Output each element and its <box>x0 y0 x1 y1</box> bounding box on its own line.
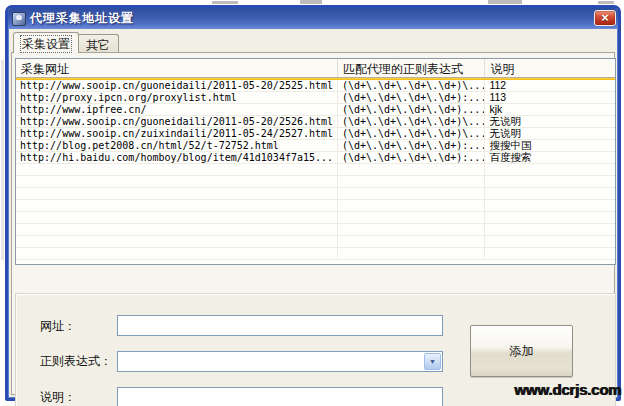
cell-empty <box>485 164 615 175</box>
cell-regex: (\d+\.\d+\.\d+\.\d+):... <box>338 152 486 163</box>
table-row[interactable]: http://blog.pet2008.cn/html/52/t-72752.h… <box>16 140 615 152</box>
cell-empty <box>338 212 486 223</box>
table-row[interactable]: http://www.ipfree.cn/ (\d+\.\d+\.\d+\.\d… <box>16 104 615 116</box>
cell-regex: (\d+\.\d+\.\d+\.\d+)\... <box>338 116 486 127</box>
tab-other[interactable]: 其它 <box>77 34 119 53</box>
cell-empty <box>485 236 615 247</box>
url-label: 网址： <box>40 318 76 335</box>
cell-note: 百度搜索 <box>485 152 615 163</box>
cell-note: 搜搜中国 <box>485 140 615 151</box>
background-window-fragment <box>1 60 4 260</box>
cell-empty <box>338 224 486 235</box>
table-row-empty <box>16 248 615 260</box>
cell-empty <box>485 200 615 211</box>
cell-empty <box>338 164 486 175</box>
cell-empty <box>485 212 615 223</box>
add-button[interactable]: 添加 <box>470 325 573 377</box>
list-header: 采集网址 匹配代理的正则表达式 说明 <box>16 59 615 78</box>
regex-input[interactable] <box>118 352 423 371</box>
cell-note: 无说明 <box>485 128 615 139</box>
cell-regex: (\d+\.\d+\.\d+\.\d+)\... <box>338 128 486 139</box>
regex-combobox[interactable]: ▼ <box>117 351 443 372</box>
watermark: www.dcrjs.com <box>514 381 621 398</box>
tab-collection-settings[interactable]: 采集设置 <box>13 32 79 53</box>
table-row-empty <box>16 164 615 176</box>
cell-url: http://proxy.ipcn.org/proxylist.html <box>16 92 338 103</box>
cell-note: kjk <box>485 104 615 115</box>
background-window-fragment <box>598 1 614 4</box>
background-window-fragment <box>488 0 522 4</box>
combo-dropdown-button[interactable]: ▼ <box>424 353 441 370</box>
cell-regex: (\d+\.\d+\.\d+\.\d+):... <box>338 140 486 151</box>
cell-empty <box>485 248 615 259</box>
regex-label: 正则表达式： <box>40 353 112 370</box>
screen: 代理采集地址设置 × 采集设置 其它 采集网址 匹配代理的正则表达式 说明 <box>0 0 624 406</box>
tab-label: 采集设置 <box>22 37 70 51</box>
cell-empty <box>16 200 338 211</box>
tab-page-collection-settings: 采集网址 匹配代理的正则表达式 说明 http://www.sooip.cn/g… <box>11 52 615 395</box>
table-row-empty <box>16 224 615 236</box>
dialog-window: 代理采集地址设置 × 采集设置 其它 采集网址 匹配代理的正则表达式 说明 <box>5 5 621 401</box>
cell-note: 112 <box>485 80 615 91</box>
cell-url: http://www.sooip.cn/guoneidaili/2011-05-… <box>16 116 338 127</box>
cell-empty <box>338 248 486 259</box>
cell-note: 无说明 <box>485 116 615 127</box>
cell-empty <box>16 164 338 175</box>
cell-url: http://www.sooip.cn/zuixindaili/2011-05-… <box>16 128 338 139</box>
column-header-regex[interactable]: 匹配代理的正则表达式 <box>338 59 486 77</box>
table-row-empty <box>16 188 615 200</box>
table-row[interactable]: http://www.sooip.cn/guoneidaili/2011-05-… <box>16 80 615 92</box>
tab-label: 其它 <box>86 38 110 52</box>
cell-regex: (\d+\.\d+\.\d+\.\d+)\... <box>338 80 486 91</box>
table-row[interactable]: http://www.sooip.cn/guoneidaili/2011-05-… <box>16 116 615 128</box>
table-row-empty <box>16 236 615 248</box>
cell-empty <box>338 200 486 211</box>
table-row[interactable]: http://proxy.ipcn.org/proxylist.html (\d… <box>16 92 615 104</box>
note-input[interactable] <box>117 387 443 406</box>
cell-url: http://blog.pet2008.cn/html/52/t-72752.h… <box>16 140 338 151</box>
title-bar[interactable]: 代理采集地址设置 × <box>8 8 618 29</box>
cell-empty <box>485 176 615 187</box>
url-input[interactable] <box>117 315 443 336</box>
cell-url: http://www.sooip.cn/guoneidaili/2011-05-… <box>16 80 338 91</box>
dialog-client: 采集设置 其它 采集网址 匹配代理的正则表达式 说明 http://www.so… <box>9 30 617 397</box>
cell-url: http://www.ipfree.cn/ <box>16 104 338 115</box>
cell-empty <box>16 248 338 259</box>
cell-regex: (\d+\.\d+\.\d+\.\d+):... <box>338 92 486 103</box>
cell-empty <box>16 212 338 223</box>
table-row[interactable]: http://hi.baidu.com/homboy/blog/item/41d… <box>16 152 615 164</box>
cell-empty <box>338 176 486 187</box>
url-list: 采集网址 匹配代理的正则表达式 说明 http://www.sooip.cn/g… <box>15 58 616 265</box>
table-row-empty <box>16 212 615 224</box>
cell-empty <box>338 188 486 199</box>
cell-empty <box>338 236 486 247</box>
cell-empty <box>485 224 615 235</box>
cell-empty <box>16 188 338 199</box>
window-title: 代理采集地址设置 <box>30 10 134 27</box>
table-row-empty <box>16 176 615 188</box>
close-icon: × <box>601 12 609 24</box>
chevron-down-icon: ▼ <box>429 358 436 365</box>
close-button[interactable]: × <box>594 10 616 26</box>
cell-empty <box>16 176 338 187</box>
cell-empty <box>16 224 338 235</box>
background-window-fragment <box>300 0 322 4</box>
cell-note: 113 <box>485 92 615 103</box>
note-label: 说明： <box>40 389 76 406</box>
cell-empty <box>16 236 338 247</box>
column-header-url[interactable]: 采集网址 <box>16 59 338 77</box>
cell-url: http://hi.baidu.com/homboy/blog/item/41d… <box>16 152 338 163</box>
background-window-fragment <box>212 1 238 4</box>
app-icon <box>12 12 26 26</box>
table-row-empty <box>16 200 615 212</box>
cell-empty <box>485 188 615 199</box>
column-header-note[interactable]: 说明 <box>485 59 615 77</box>
table-row[interactable]: http://www.sooip.cn/zuixindaili/2011-05-… <box>16 128 615 140</box>
cell-regex: (\d+\.\d+\.\d+\.\d+).... <box>338 104 486 115</box>
